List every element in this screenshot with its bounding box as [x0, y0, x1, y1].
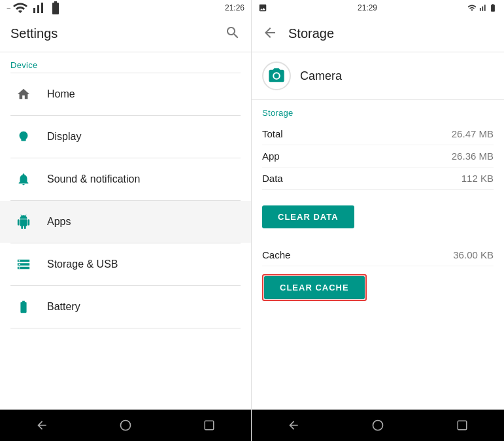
android-icon: [16, 215, 31, 229]
home-icon: [16, 87, 31, 101]
sidebar-item-storage[interactable]: Storage & USB: [0, 243, 251, 285]
sidebar-item-battery[interactable]: Battery: [0, 286, 251, 328]
total-row: Total 26.47 MB: [262, 123, 494, 145]
svg-point-0: [121, 421, 131, 431]
storage-icon: [16, 257, 31, 272]
storage-label: Storage & USB: [47, 258, 118, 270]
app-label: App: [262, 150, 280, 162]
status-icons-right2: [467, 3, 497, 12]
camera-app-name: Camera: [300, 69, 342, 83]
display-icon-wrap: [10, 130, 37, 144]
app-value: 26.36 MB: [452, 150, 494, 162]
divider-6: [10, 328, 241, 328]
display-label: Display: [47, 131, 81, 143]
right-panel: 21:29 Storage Camera Storage Total 26.47…: [252, 0, 504, 441]
clear-cache-button-wrap: CLEAR CACHE: [262, 274, 367, 301]
battery-label: Battery: [47, 301, 80, 313]
home-icon-wrap: [10, 87, 37, 101]
back-button-left[interactable]: [29, 412, 55, 438]
signal-icon: [30, 0, 46, 16]
sidebar-item-apps[interactable]: Apps: [0, 201, 251, 243]
cache-label: Cache: [262, 249, 290, 260]
data-row: Data 112 KB: [262, 168, 494, 190]
home-button-left[interactable]: [112, 412, 139, 438]
status-bar-left: − 21:26: [0, 0, 251, 16]
storage-content: Storage Total 26.47 MB App 26.36 MB Data…: [252, 100, 504, 410]
status-bar-right: 21:29: [252, 0, 504, 16]
back-nav-button[interactable]: [262, 25, 278, 43]
sound-label: Sound & notification: [47, 173, 140, 185]
toolbar-left: Settings: [0, 16, 251, 52]
status-icons-right: [258, 3, 267, 12]
app-header: Camera: [252, 52, 504, 100]
clear-data-button[interactable]: CLEAR DATA: [262, 205, 354, 228]
recent-button-right[interactable]: [449, 412, 475, 438]
total-value: 26.47 MB: [452, 128, 494, 139]
cache-section: Cache 36.00 KB CLEAR CACHE: [262, 244, 494, 309]
svg-rect-1: [205, 421, 214, 430]
battery-icon-left: [48, 0, 63, 16]
settings-title: Settings: [10, 26, 58, 41]
sidebar-item-home[interactable]: Home: [0, 73, 251, 115]
time-right: 21:29: [358, 3, 377, 12]
battery-icon-right: [488, 3, 497, 12]
minus-icon: −: [7, 4, 10, 12]
battery-list-icon: [16, 300, 31, 314]
recent-button-left[interactable]: [196, 412, 222, 438]
toolbar-right: Storage: [252, 16, 504, 52]
nav-bar-left: [0, 410, 251, 441]
data-label: Data: [262, 173, 283, 184]
storage-icon-wrap: [10, 257, 37, 272]
sidebar-item-sound[interactable]: Sound & notification: [0, 158, 251, 200]
cache-row: Cache 36.00 KB: [262, 244, 494, 266]
time-left: 21:26: [225, 3, 244, 12]
sidebar-item-display[interactable]: Display: [0, 116, 251, 158]
status-icons-left: −: [7, 0, 63, 16]
wifi-icon: [12, 0, 28, 16]
apps-icon-wrap: [10, 215, 37, 229]
storage-page-title: Storage: [288, 26, 334, 41]
search-icon: [225, 25, 241, 41]
data-value: 112 KB: [462, 173, 494, 184]
svg-rect-3: [458, 421, 467, 430]
search-button[interactable]: [225, 25, 241, 43]
clear-cache-button[interactable]: CLEAR CACHE: [264, 276, 365, 299]
battery-icon-wrap: [10, 300, 37, 314]
device-section-label: Device: [0, 52, 251, 73]
camera-icon: [267, 67, 286, 85]
clear-data-section: CLEAR DATA: [262, 198, 494, 236]
settings-list: Device Home Display Sound & notification: [0, 52, 251, 410]
sound-icon-wrap: [10, 172, 37, 186]
bell-icon: [16, 172, 31, 186]
back-arrow-icon: [262, 25, 278, 41]
cache-value: 36.00 KB: [453, 249, 494, 260]
image-icon: [258, 3, 267, 12]
home-label: Home: [47, 88, 75, 100]
camera-app-icon: [262, 62, 291, 90]
wifi-icon-right: [467, 3, 477, 12]
storage-section-label: Storage: [262, 100, 494, 123]
display-icon: [16, 130, 31, 144]
total-label: Total: [262, 128, 283, 139]
app-row: App 26.36 MB: [262, 145, 494, 168]
signal-icon-right: [478, 3, 487, 12]
back-button-right[interactable]: [280, 412, 307, 438]
left-panel: − 21:26 Settings Device Home: [0, 0, 252, 441]
nav-bar-right: [252, 410, 504, 441]
home-button-right[interactable]: [365, 412, 391, 438]
svg-point-2: [373, 421, 382, 431]
apps-label: Apps: [47, 216, 71, 228]
